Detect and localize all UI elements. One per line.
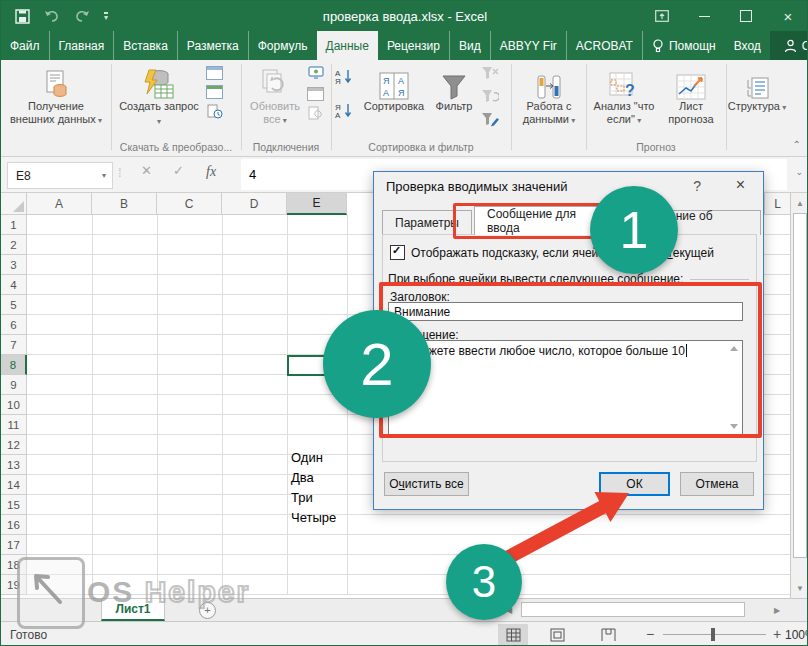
forecast-sheet-button[interactable]: Лист прогноза <box>661 64 721 126</box>
get-external-data-button[interactable]: Получение внешних данных <box>6 64 106 127</box>
normal-view-button[interactable] <box>498 624 528 645</box>
zoom-slider-handle[interactable] <box>711 628 715 641</box>
sort-asc-icon[interactable]: АЯ <box>335 68 355 88</box>
tab-abbyy[interactable]: ABBYY Fir <box>490 31 566 60</box>
row-header[interactable]: 3 <box>1 255 27 275</box>
close-button[interactable]: × <box>767 1 808 31</box>
horizontal-scroll-thumb[interactable] <box>521 602 745 617</box>
what-if-button[interactable]: ? Анализ "что если" <box>589 64 659 127</box>
row-header[interactable]: 1 <box>1 215 27 235</box>
cancel-icon[interactable]: ✕ <box>141 163 152 178</box>
zoom-out-button[interactable]: − <box>646 626 654 642</box>
horizontal-scrollbar[interactable]: ◀ ▶ <box>501 601 789 619</box>
undo-icon[interactable] <box>44 10 60 23</box>
redo-icon[interactable] <box>74 10 90 23</box>
row-header[interactable]: 15 <box>1 495 27 515</box>
row-header[interactable]: 17 <box>1 535 27 555</box>
column-header[interactable]: C <box>157 193 222 215</box>
refresh-all-button[interactable]: Обновить все <box>244 64 306 127</box>
dialog-help-button[interactable]: ? <box>693 178 701 194</box>
clear-all-button[interactable]: Очистить все <box>384 472 469 496</box>
page-layout-view-button[interactable] <box>542 624 572 645</box>
tab-acrobat[interactable]: ACROBAT <box>566 31 642 60</box>
new-query-button[interactable]: Создать запрос <box>119 64 199 128</box>
row-header[interactable]: 14 <box>1 475 27 495</box>
row-header[interactable]: 16 <box>1 515 27 535</box>
minimize-button[interactable] <box>683 1 725 31</box>
refresh-all-label: Обновить все <box>244 100 306 127</box>
collapse-ribbon-icon[interactable]: ⌃ <box>793 139 801 150</box>
column-header-row: ABCDE <box>1 193 347 215</box>
show-queries-icon[interactable] <box>206 66 223 80</box>
dialog-title-bar[interactable]: Проверка вводимых значений ? × <box>374 172 763 200</box>
tab-layout[interactable]: Разметка <box>177 31 248 60</box>
name-box-dropdown-icon[interactable]: ▾ <box>102 171 106 180</box>
recent-sources-icon[interactable] <box>207 104 223 122</box>
tab-tell-me[interactable]: Помощн <box>642 31 725 60</box>
customize-qat-icon[interactable]: ▾ <box>104 12 108 21</box>
outline-button[interactable]: Структура <box>727 64 787 114</box>
properties-icon[interactable] <box>307 87 324 101</box>
tab-home[interactable]: Главная <box>49 31 114 60</box>
cancel-dialog-button[interactable]: Отмена <box>680 472 754 496</box>
annotation-step-1: 1 <box>590 186 678 274</box>
row-header[interactable]: 13 <box>1 455 27 475</box>
save-icon[interactable] <box>15 9 30 24</box>
vertical-scroll-thumb[interactable] <box>793 213 807 558</box>
tab-file[interactable]: Файл <box>1 31 49 60</box>
cell-E5[interactable]: Три <box>291 487 313 507</box>
advanced-filter-icon[interactable] <box>481 112 499 130</box>
sort-button[interactable]: ЯААЯ Сортировка <box>359 64 429 113</box>
scroll-up-icon[interactable]: ▲ <box>791 194 808 212</box>
select-all-corner[interactable] <box>1 193 27 215</box>
column-header[interactable]: B <box>92 193 157 215</box>
name-box[interactable]: E8 ▾ <box>7 162 113 189</box>
tab-insert[interactable]: Вставка <box>113 31 177 60</box>
insert-function-icon[interactable]: fx <box>206 164 216 180</box>
row-header[interactable]: 11 <box>1 415 27 435</box>
reapply-filter-icon[interactable] <box>481 89 499 106</box>
cell-E3[interactable]: Один <box>291 447 323 467</box>
scroll-down-icon[interactable]: ▼ <box>791 579 808 597</box>
scroll-right-icon[interactable]: ▶ <box>769 602 785 618</box>
row-header[interactable]: 6 <box>1 315 27 335</box>
data-tools-button[interactable]: Работа с данными <box>515 64 583 127</box>
row-header[interactable]: 9 <box>1 375 27 395</box>
ok-button[interactable]: ОК <box>599 472 670 496</box>
expand-formula-bar-icon[interactable]: ⌄ <box>795 167 803 177</box>
page-break-view-button[interactable] <box>593 624 623 645</box>
cell-E4[interactable]: Два <box>291 467 314 487</box>
row-header[interactable]: 12 <box>1 435 27 455</box>
filter-button[interactable]: Фильтр <box>431 64 477 113</box>
tab-view[interactable]: Вид <box>449 31 490 60</box>
row-header[interactable]: 7 <box>1 335 27 355</box>
sort-desc-icon[interactable]: ЯА <box>335 102 355 122</box>
dialog-close-button[interactable]: × <box>736 177 745 193</box>
row-header[interactable]: 10 <box>1 395 27 415</box>
connections-icon[interactable] <box>308 66 324 82</box>
enter-icon[interactable]: ✓ <box>173 163 184 178</box>
from-table-icon[interactable] <box>206 85 223 99</box>
column-header[interactable]: A <box>27 193 92 215</box>
vertical-scrollbar[interactable]: ▲ ▼ <box>790 193 808 598</box>
row-header[interactable]: 4 <box>1 275 27 295</box>
column-header-far[interactable]: L <box>764 193 790 215</box>
row-header[interactable]: 5 <box>1 295 27 315</box>
ribbon-display-options-button[interactable] <box>641 1 683 31</box>
maximize-button[interactable] <box>725 1 767 31</box>
zoom-level[interactable]: 100% <box>785 628 808 642</box>
cell-E6[interactable]: Четыре <box>291 507 336 527</box>
row-header[interactable]: 8 <box>1 355 27 375</box>
zoom-in-button[interactable]: + <box>773 626 781 642</box>
formula-bar-handle[interactable]: ⁞ <box>118 165 120 180</box>
clear-filter-icon[interactable] <box>481 66 499 83</box>
edit-links-icon[interactable] <box>308 106 323 123</box>
tab-data[interactable]: Данные <box>317 31 378 60</box>
sign-in-link[interactable]: Вход <box>725 31 770 60</box>
tab-review[interactable]: Рецензир <box>378 31 449 60</box>
tab-formulas[interactable]: Формуль <box>248 31 317 60</box>
column-header[interactable]: D <box>222 193 287 215</box>
column-header[interactable]: E <box>287 193 347 215</box>
row-header[interactable]: 2 <box>1 235 27 255</box>
share-button[interactable]: Общий доступ <box>770 31 808 60</box>
